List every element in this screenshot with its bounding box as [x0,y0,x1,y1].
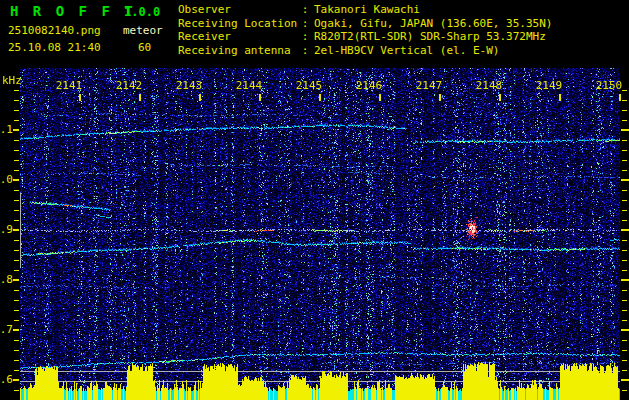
freq-minor-tick-left [14,340,19,341]
time-label: 2141 [46,79,92,92]
freq-minor-tick-right [622,100,627,101]
info-value: R820T2(RTL-SDR) SDR-Sharp 53.372MHz [314,30,546,44]
freq-major-tick-left [13,229,19,231]
freq-label: 0.6 [0,373,13,386]
freq-minor-tick-left [14,200,19,201]
info-colon: : [300,17,310,31]
spectrogram-canvas [20,68,620,400]
time-tick [559,94,561,101]
info-value: Ogaki, Gifu, JAPAN (136.60E, 35.35N) [314,17,552,31]
time-tick [499,94,501,101]
freq-minor-tick-right [622,270,627,271]
freq-minor-tick-left [14,150,19,151]
time-tick [199,94,201,101]
time-tick [379,94,381,101]
info-value: 2el-HB9CV Vertical (el. E-W) [314,44,499,58]
time-label: 2145 [286,79,332,92]
time-label: 2146 [346,79,392,92]
freq-major-tick-right [621,379,629,381]
freq-minor-tick-left [14,140,19,141]
freq-minor-tick-right [622,200,627,201]
freq-minor-tick-right [622,170,627,171]
time-label: 2147 [406,79,452,92]
station-info: Observer:Takanori Kawachi Receiving Loca… [178,3,552,57]
freq-minor-tick-right [622,120,627,121]
freq-minor-tick-right [622,110,627,111]
freq-minor-tick-left [14,100,19,101]
mode-label: meteor [123,24,163,37]
freq-minor-tick-right [622,370,627,371]
freq-minor-tick-right [622,190,627,191]
freq-label: 0.9 [0,223,13,236]
freq-label: 0.8 [0,273,13,286]
freq-major-tick-left [13,379,19,381]
time-label: 2149 [526,79,572,92]
freq-major-tick-left [13,179,19,181]
freq-minor-tick-left [14,160,19,161]
time-tick [319,94,321,101]
freq-minor-tick-left [14,300,19,301]
freq-minor-tick-right [622,220,627,221]
freq-minor-tick-left [14,90,19,91]
freq-minor-tick-left [14,260,19,261]
freq-minor-tick-right [622,250,627,251]
freq-minor-tick-left [14,350,19,351]
freq-minor-tick-right [622,90,627,91]
info-label: Receiver [178,30,300,44]
time-label: 2143 [166,79,212,92]
info-row-observer: Observer:Takanori Kawachi [178,3,552,17]
freq-major-tick-right [621,129,629,131]
freq-minor-tick-left [14,110,19,111]
time-label: 2142 [106,79,152,92]
y-axis-unit-label: kHz [2,74,22,87]
output-filename: 2510082140.png [8,24,101,37]
freq-minor-tick-right [622,300,627,301]
freq-minor-tick-left [14,120,19,121]
freq-minor-tick-right [622,140,627,141]
info-row-receiver: Receiver:R820T2(RTL-SDR) SDR-Sharp 53.37… [178,30,552,44]
freq-minor-tick-left [14,320,19,321]
freq-minor-tick-left [14,220,19,221]
freq-minor-tick-left [14,240,19,241]
freq-minor-tick-left [14,190,19,191]
info-value: Takanori Kawachi [314,3,420,17]
freq-label: 0.7 [0,323,13,336]
freq-minor-tick-left [14,270,19,271]
info-colon: : [300,44,310,58]
freq-minor-tick-right [622,150,627,151]
freq-minor-tick-left [14,370,19,371]
app-title: H R O F F T [10,3,136,19]
freq-minor-tick-right [622,350,627,351]
time-tick [259,94,261,101]
time-tick [139,94,141,101]
freq-minor-tick-left [14,290,19,291]
freq-minor-tick-right [622,210,627,211]
freq-major-tick-left [13,279,19,281]
freq-minor-tick-right [622,360,627,361]
freq-minor-tick-left [14,170,19,171]
freq-label: 1.0 [0,173,13,186]
freq-minor-tick-right [622,340,627,341]
info-colon: : [300,30,310,44]
freq-minor-tick-right [622,390,627,391]
info-label: Observer [178,3,300,17]
freq-major-tick-left [13,129,19,131]
interval-label: 60 [138,41,151,54]
freq-major-tick-left [13,329,19,331]
freq-minor-tick-right [622,260,627,261]
hrofft-screen: H R O F F T 1.0.0 2510082140.png meteor … [0,0,629,400]
freq-minor-tick-right [622,160,627,161]
info-row-location: Receiving Location:Ogaki, Gifu, JAPAN (1… [178,17,552,31]
datetime-label: 25.10.08 21:40 [8,41,101,54]
freq-minor-tick-right [622,240,627,241]
freq-minor-tick-left [14,360,19,361]
freq-label: 1.1 [0,123,13,136]
time-label: 2148 [466,79,512,92]
info-label: Receiving Location [178,17,300,31]
freq-minor-tick-right [622,320,627,321]
app-version: 1.0.0 [124,5,160,19]
freq-minor-tick-left [14,250,19,251]
time-label: 2144 [226,79,272,92]
freq-minor-tick-left [14,310,19,311]
freq-major-tick-right [621,279,629,281]
